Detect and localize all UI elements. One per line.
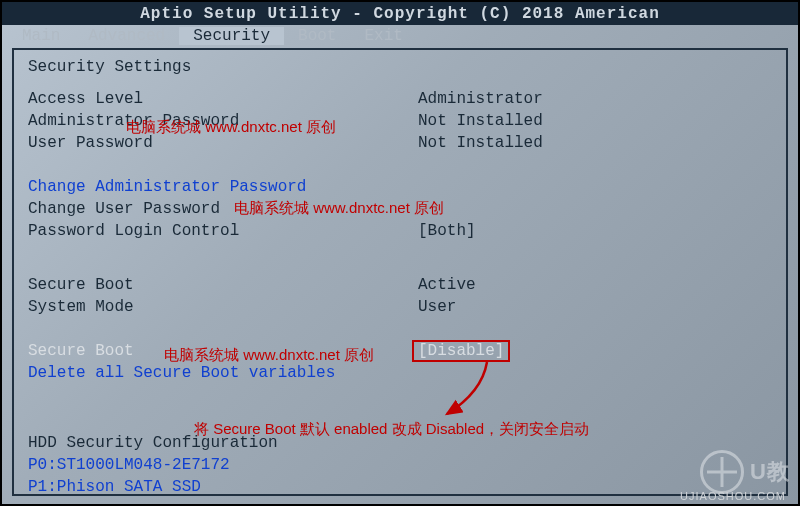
label-access-level: Access Level — [28, 88, 418, 110]
menu-advanced[interactable]: Advanced — [74, 27, 179, 45]
label-change-user-pw: Change User Password — [28, 198, 418, 220]
row-delete-sb-vars[interactable]: Delete all Secure Boot variables — [28, 362, 772, 384]
label-secure-boot: Secure Boot — [28, 340, 418, 362]
label-secure-boot-status: Secure Boot — [28, 274, 418, 296]
menu-main[interactable]: Main — [8, 27, 74, 45]
menu-boot[interactable]: Boot — [284, 27, 350, 45]
menu-exit[interactable]: Exit — [350, 27, 416, 45]
value-secure-boot: [Disable] — [412, 340, 510, 362]
row-hdd1[interactable]: P1:Phison SATA SSD — [28, 476, 772, 498]
row-secure-boot[interactable]: Secure Boot [Disable] — [28, 340, 772, 362]
section-title: Security Settings — [28, 58, 772, 76]
label-hdd-sec: HDD Security Configuration — [28, 432, 418, 454]
row-change-admin-pw[interactable]: Change Administrator Password — [28, 176, 772, 198]
value-pw-login: [Both] — [418, 220, 476, 242]
label-hdd0: P0:ST1000LM048-2E7172 — [28, 454, 418, 476]
label-hdd1: P1:Phison SATA SSD — [28, 476, 418, 498]
value-secure-boot-status: Active — [418, 274, 476, 296]
menu-security[interactable]: Security — [179, 27, 284, 45]
bios-title-bar: Aptio Setup Utility - Copyright (C) 2018… — [2, 2, 798, 25]
row-hdd-sec: HDD Security Configuration — [28, 432, 772, 454]
label-delete-sb-vars: Delete all Secure Boot variables — [28, 362, 335, 384]
bios-screen: Aptio Setup Utility - Copyright (C) 2018… — [0, 0, 800, 506]
row-access-level: Access Level Administrator — [28, 88, 772, 110]
row-admin-pw: Administrator Password Not Installed — [28, 110, 772, 132]
row-system-mode: System Mode User — [28, 296, 772, 318]
value-user-pw: Not Installed — [418, 132, 543, 154]
label-change-admin-pw: Change Administrator Password — [28, 176, 418, 198]
watermark-site: UJIAOSHOU.COM — [680, 490, 786, 502]
value-admin-pw: Not Installed — [418, 110, 543, 132]
value-system-mode: User — [418, 296, 456, 318]
label-admin-pw: Administrator Password — [28, 110, 418, 132]
value-access-level: Administrator — [418, 88, 543, 110]
row-user-pw: User Password Not Installed — [28, 132, 772, 154]
row-pw-login-control[interactable]: Password Login Control [Both] — [28, 220, 772, 242]
row-change-user-pw[interactable]: Change User Password — [28, 198, 772, 220]
row-secure-boot-status: Secure Boot Active — [28, 274, 772, 296]
row-hdd0[interactable]: P0:ST1000LM048-2E7172 — [28, 454, 772, 476]
bios-title: Aptio Setup Utility - Copyright (C) 2018… — [140, 5, 659, 23]
content-panel: Security Settings Access Level Administr… — [12, 48, 788, 496]
label-user-pw: User Password — [28, 132, 418, 154]
label-pw-login: Password Login Control — [28, 220, 418, 242]
label-system-mode: System Mode — [28, 296, 418, 318]
